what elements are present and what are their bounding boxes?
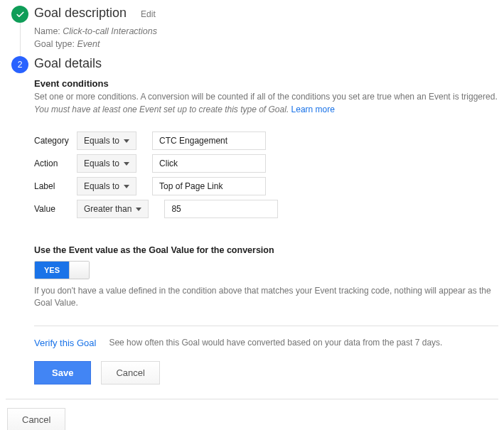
operator-text: Equals to xyxy=(84,136,119,146)
operator-dropdown[interactable]: Equals to xyxy=(77,177,136,195)
condition-row: Value Greater than xyxy=(34,200,498,218)
event-conditions-heading: Event conditions xyxy=(34,78,498,89)
use-event-value-toggle[interactable]: YES xyxy=(34,261,90,279)
condition-value-input[interactable] xyxy=(164,200,278,218)
condition-row: Action Equals to xyxy=(34,154,498,173)
name-value: Click-to-call Interactions xyxy=(63,26,157,36)
condition-value-input[interactable] xyxy=(152,154,266,173)
toggle-on-label: YES xyxy=(35,262,69,279)
operator-text: Equals to xyxy=(84,181,119,191)
step-goal-details: 2 Goal details Event conditions Set one … xyxy=(6,56,498,390)
use-event-value-label: Use the Event value as the Goal Value fo… xyxy=(34,245,498,255)
type-value: Event xyxy=(77,39,100,49)
step-goal-description: Goal description Edit Name: Click-to-cal… xyxy=(6,6,498,56)
divider xyxy=(6,399,498,399)
operator-text: Equals to xyxy=(84,158,119,168)
step-number-icon: 2 xyxy=(11,56,28,73)
condition-label: Action xyxy=(34,158,77,168)
condition-row: Category Equals to xyxy=(34,131,498,150)
operator-dropdown[interactable]: Equals to xyxy=(77,131,136,150)
chevron-down-icon xyxy=(136,208,141,211)
name-label: Name: xyxy=(34,26,60,36)
condition-label: Category xyxy=(34,136,77,146)
chevron-down-icon xyxy=(124,185,129,188)
condition-row: Label Equals to xyxy=(34,177,498,195)
verify-goal-link[interactable]: Verify this Goal xyxy=(34,338,96,348)
verify-desc: See how often this Goal would have conve… xyxy=(109,338,442,348)
edit-link[interactable]: Edit xyxy=(141,9,156,19)
operator-dropdown[interactable]: Greater than xyxy=(77,200,149,218)
operator-dropdown[interactable]: Equals to xyxy=(77,154,136,173)
step-connector xyxy=(20,23,21,56)
save-button[interactable]: Save xyxy=(34,361,91,385)
event-conditions-desc: Set one or more conditions. A conversion… xyxy=(34,91,498,116)
outer-cancel-button[interactable]: Cancel xyxy=(7,408,65,430)
type-label: Goal type: xyxy=(34,39,75,49)
operator-text: Greater than xyxy=(84,204,132,214)
condition-label: Value xyxy=(34,204,77,214)
step-indicator-col: 2 xyxy=(6,56,34,390)
button-row: Save Cancel xyxy=(34,361,498,385)
desc-em: You must have at least one Event set up … xyxy=(34,104,289,114)
conditions-table: Category Equals to Action Equals to Labe… xyxy=(34,131,498,218)
check-circle-icon xyxy=(11,6,28,23)
cancel-button[interactable]: Cancel xyxy=(101,361,159,385)
step2-title: Goal details xyxy=(34,56,498,71)
step1-title: Goal description xyxy=(34,6,127,21)
condition-label: Label xyxy=(34,181,77,191)
divider xyxy=(34,326,498,326)
learn-more-link[interactable]: Learn more xyxy=(291,104,335,114)
step1-summary: Name: Click-to-call Interactions Goal ty… xyxy=(34,25,498,50)
condition-value-input[interactable] xyxy=(152,131,266,150)
verify-row: Verify this Goal See how often this Goal… xyxy=(34,338,498,348)
desc-pre: Set one or more conditions. A conversion… xyxy=(34,92,498,102)
chevron-down-icon xyxy=(124,162,129,166)
step-indicator-col xyxy=(6,6,34,56)
chevron-down-icon xyxy=(124,139,129,143)
toggle-knob xyxy=(69,262,89,279)
use-event-value-help: If you don't have a value defined in the… xyxy=(34,285,498,310)
condition-value-input[interactable] xyxy=(152,177,266,195)
